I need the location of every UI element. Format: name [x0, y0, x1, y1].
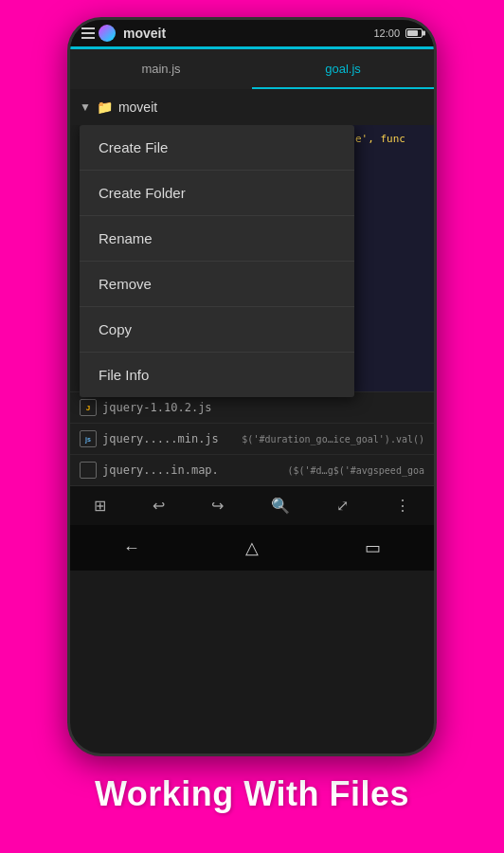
- app-logo: [99, 25, 116, 42]
- menu-item-copy[interactable]: Copy: [80, 307, 354, 353]
- root-folder-name: moveit: [118, 100, 157, 115]
- file-tree: ▼ 📁 moveit: [70, 89, 434, 125]
- toolbar-settings-icon[interactable]: ⊞: [88, 491, 112, 520]
- bottom-label: Working With Files: [95, 774, 409, 814]
- file-list: J jquery-1.10.2.js js jquery.....min.js …: [70, 391, 434, 485]
- bottom-toolbar: ⊞ ↩ ↪ 🔍 ⤢ ⋮: [70, 485, 434, 525]
- file-name-1: jquery-1.10.2.js: [102, 401, 212, 414]
- file-row-3[interactable]: jquery....in.map. ($('#d…g$('#avgspeed_g…: [70, 454, 434, 485]
- file-name-2: jquery.....min.js: [102, 432, 219, 445]
- menu-item-file-info[interactable]: File Info: [80, 353, 354, 397]
- file-code-2: $('#duration_go…ice_goal').val(): [242, 434, 424, 445]
- status-bar: moveit 12:00: [70, 20, 434, 46]
- bottom-text-area: Working With Files: [0, 756, 504, 832]
- tab-main-js[interactable]: main.js: [70, 49, 252, 89]
- file-icon-3: [80, 462, 97, 479]
- nav-recent-button[interactable]: ▭: [357, 530, 388, 566]
- status-bar-left: moveit: [81, 25, 166, 42]
- content-area: goal_page', func (g) { …trin …toM …ista …: [70, 125, 434, 485]
- toolbar-search-icon[interactable]: 🔍: [265, 491, 296, 520]
- file-row-2[interactable]: js jquery.....min.js $('#duration_go…ice…: [70, 423, 434, 454]
- file-icon-1: J: [80, 399, 97, 416]
- nav-home-button[interactable]: △: [238, 530, 266, 566]
- status-time: 12:00: [373, 27, 400, 39]
- battery-icon: [405, 28, 423, 38]
- nav-back-button[interactable]: ←: [116, 531, 148, 566]
- folder-icon: 📁: [97, 100, 113, 115]
- tab-bar: main.js goal.js: [70, 49, 434, 89]
- menu-item-remove[interactable]: Remove: [80, 262, 354, 307]
- expand-arrow-icon: ▼: [80, 100, 91, 114]
- file-tree-root-row[interactable]: ▼ 📁 moveit: [70, 95, 434, 119]
- menu-item-create-folder[interactable]: Create Folder: [80, 171, 354, 216]
- toolbar-undo-icon[interactable]: ↩: [147, 491, 171, 520]
- status-bar-right: 12:00: [373, 27, 423, 39]
- menu-item-rename[interactable]: Rename: [80, 216, 354, 262]
- file-code-3: ($('#d…g$('#avgspeed_goa: [288, 465, 425, 476]
- app-title: moveit: [123, 26, 166, 41]
- file-icon-2: js: [80, 430, 97, 447]
- toolbar-redo-icon[interactable]: ↪: [206, 491, 229, 520]
- phone-frame: moveit 12:00 main.js goal.js ▼ 📁 moveit …: [67, 17, 437, 756]
- toolbar-expand-icon[interactable]: ⤢: [331, 491, 354, 520]
- toolbar-more-icon[interactable]: ⋮: [389, 491, 416, 520]
- hamburger-icon[interactable]: [81, 27, 95, 39]
- tab-goal-js[interactable]: goal.js: [252, 49, 434, 89]
- nav-bar: ← △ ▭: [70, 525, 434, 571]
- context-menu: Create File Create Folder Rename Remove …: [80, 125, 354, 397]
- file-name-3: jquery....in.map.: [102, 463, 219, 477]
- menu-item-create-file[interactable]: Create File: [80, 125, 354, 171]
